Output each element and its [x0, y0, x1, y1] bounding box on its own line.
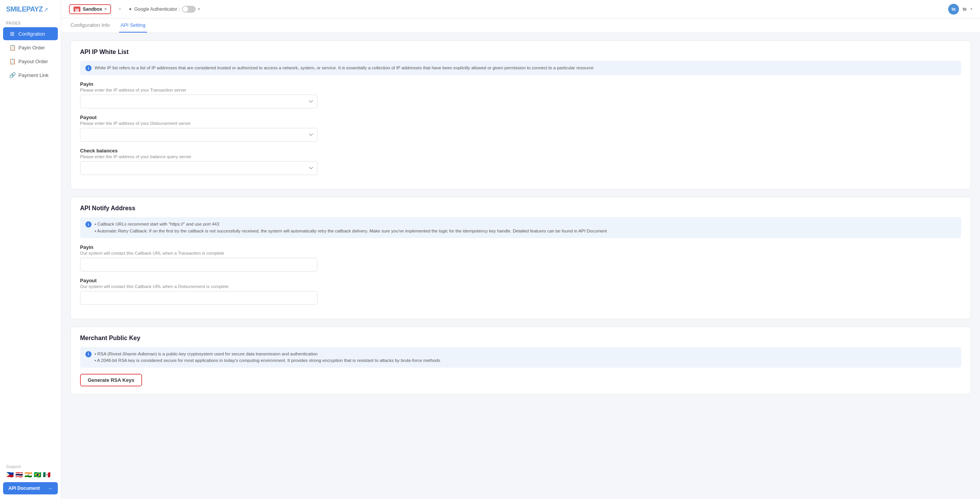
configuration-icon: ⊞: [9, 31, 15, 37]
topbar: Sandbox ▾ ✦ ✦ Google Authenticator : ▾ t…: [61, 0, 980, 18]
api-notify-bullet1: • Callback URLs recommed start with "htt…: [95, 221, 607, 227]
notify-payin-label: Payin: [80, 244, 961, 250]
api-ip-whitelist-info: i White IP list refers to a list of IP a…: [80, 61, 961, 75]
api-notify-bullet2: • Automatic Retry Callback: If on the fi…: [95, 228, 607, 234]
page-content: API IP White List i White IP list refers…: [61, 33, 980, 499]
notify-payin-desc: Our system will contact this Callback UR…: [80, 251, 961, 255]
payment-link-icon: 🔗: [9, 72, 15, 78]
payin-ip-desc: Please enter the IP address of your Tran…: [80, 88, 961, 92]
sandbox-chevron-icon: ▾: [105, 7, 106, 11]
sidebar-item-configuration[interactable]: ⊞ Configration: [3, 27, 58, 40]
notify-payout-label: Payout: [80, 278, 961, 283]
logo-text-part2: PAY: [26, 5, 39, 13]
google-auth-chevron-icon: ▾: [198, 7, 200, 11]
payin-ip-field: Payin Please enter the IP address of you…: [80, 81, 961, 108]
sandbox-icon: [74, 7, 80, 12]
payin-order-icon: 📋: [9, 44, 15, 51]
notify-payout-input[interactable]: [80, 291, 317, 305]
sidebar-bottom: Support 🇵🇭 🇹🇭 🇮🇳 🇧🇷 🇲🇽 API Document →: [0, 460, 61, 499]
info-text: White IP list refers to a list of IP add…: [95, 65, 594, 71]
payout-ip-select[interactable]: [80, 128, 317, 142]
support-label: Support: [3, 464, 58, 469]
sidebar-item-label: Payout Order: [18, 59, 48, 64]
merchant-public-key-title: Merchant Public Key: [80, 335, 961, 342]
check-balances-label: Check balances: [80, 148, 961, 154]
api-ip-whitelist-title: API IP White List: [80, 49, 961, 56]
user-chevron-icon[interactable]: ▾: [970, 7, 972, 11]
check-balances-ip-field: Check balances Please enter the IP addre…: [80, 148, 961, 175]
sidebar-section-label: PAGES: [0, 17, 61, 27]
info-icon: i: [85, 65, 92, 71]
payout-ip-desc: Please enter the IP address of your Disb…: [80, 121, 961, 126]
google-auth-switch[interactable]: [182, 6, 196, 13]
google-auth-star-icon: ✦: [128, 7, 132, 12]
topbar-right: te te ▾: [948, 4, 972, 15]
tab-bar: Configuration Info API Setting: [61, 18, 980, 33]
tab-configuration-info[interactable]: Configuration Info: [69, 18, 111, 33]
logo-arrow-icon: ↗: [44, 7, 48, 13]
payout-ip-label: Payout: [80, 115, 961, 120]
info-icon: i: [85, 351, 92, 357]
sidebar: SMILEPAYZ ↗ PAGES ⊞ Configration 📋 Payin…: [0, 0, 61, 499]
notify-payout-desc: Our system will contact this Callback UR…: [80, 284, 961, 289]
notify-payin-field: Payin Our system will contact this Callb…: [80, 244, 961, 272]
info-icon: i: [85, 221, 92, 227]
user-name: te: [963, 7, 967, 12]
check-balances-select[interactable]: [80, 161, 317, 175]
sidebar-item-label: Payin Order: [18, 45, 45, 51]
sidebar-item-payin-order[interactable]: 📋 Payin Order: [3, 41, 58, 54]
sidebar-item-payment-link[interactable]: 🔗 Payment Link: [3, 69, 58, 82]
api-notify-section: API Notify Address i • Callback URLs rec…: [70, 197, 971, 319]
rsa-bullet2: • A 2048-bit RSA key is considered secur…: [95, 357, 440, 364]
sidebar-item-label: Configration: [18, 31, 45, 37]
payout-order-icon: 📋: [9, 58, 15, 64]
api-notify-info: i • Callback URLs recommed start with "h…: [80, 217, 961, 238]
google-auth-label: Google Authenticator :: [134, 7, 180, 12]
merchant-public-key-info: i • RSA (Rivest-Shamir-Adleman) is a pub…: [80, 347, 961, 368]
notify-payout-field: Payout Our system will contact this Call…: [80, 278, 961, 305]
rsa-bullet1: • RSA (Rivest-Shamir-Adleman) is a publi…: [95, 351, 440, 357]
api-notify-title: API Notify Address: [80, 205, 961, 212]
sandbox-badge[interactable]: Sandbox ▾: [69, 4, 111, 14]
check-balances-desc: Please enter the IP address of your bala…: [80, 154, 961, 159]
generate-rsa-keys-button[interactable]: Generate RSA Keys: [80, 374, 142, 386]
merchant-public-key-section: Merchant Public Key i • RSA (Rivest-Sham…: [70, 327, 971, 395]
payin-ip-label: Payin: [80, 81, 961, 87]
api-ip-whitelist-section: API IP White List i White IP list refers…: [70, 41, 971, 189]
tab-api-setting[interactable]: API Setting: [119, 18, 147, 33]
logo-text-part3: Z: [39, 5, 43, 13]
logo-text-part1: SMILE: [6, 5, 26, 13]
logo: SMILEPAYZ ↗: [0, 0, 61, 17]
notify-payin-input[interactable]: [80, 258, 317, 272]
payout-ip-field: Payout Please enter the IP address of yo…: [80, 115, 961, 142]
avatar: te: [948, 4, 959, 15]
support-flags: 🇵🇭 🇹🇭 🇮🇳 🇧🇷 🇲🇽: [3, 471, 58, 478]
main-content: Sandbox ▾ ✦ ✦ Google Authenticator : ▾ t…: [61, 0, 980, 499]
sandbox-label: Sandbox: [83, 7, 102, 12]
payin-ip-select[interactable]: [80, 95, 317, 108]
google-auth-toggle: ✦ Google Authenticator : ▾: [128, 6, 200, 13]
sidebar-item-label: Payment Link: [18, 72, 49, 78]
topbar-separator: ✦: [117, 5, 122, 13]
sidebar-item-payout-order[interactable]: 📋 Payout Order: [3, 55, 58, 68]
api-document-button[interactable]: API Document →: [3, 482, 58, 494]
